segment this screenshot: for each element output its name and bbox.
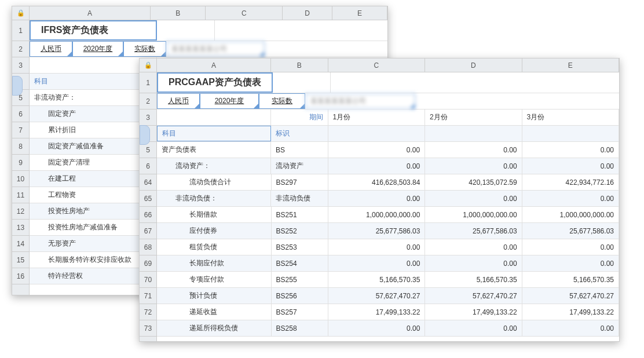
value-cell[interactable]: 0.00 bbox=[328, 239, 425, 255]
cell[interactable] bbox=[425, 126, 522, 141]
row-header[interactable]: 10 bbox=[12, 171, 29, 187]
account-label[interactable]: 流动资产： bbox=[157, 158, 271, 174]
account-label[interactable]: 应付债券 bbox=[157, 223, 272, 239]
account-label[interactable]: 长期应付款 bbox=[157, 255, 272, 271]
cell[interactable] bbox=[157, 109, 271, 125]
row-header[interactable]: 2 bbox=[12, 41, 29, 57]
value-cell[interactable]: 0.00 bbox=[425, 239, 522, 255]
value-cell[interactable]: 0.00 bbox=[425, 142, 522, 158]
value-cell[interactable]: 0.00 bbox=[328, 320, 425, 336]
account-code[interactable]: BS251 bbox=[272, 207, 329, 222]
month-header[interactable]: 2月份 bbox=[425, 109, 522, 125]
row-header[interactable]: 12 bbox=[12, 203, 29, 220]
account-label[interactable]: 固定资产减值准备 bbox=[30, 138, 157, 154]
value-cell[interactable]: 0.00 bbox=[522, 191, 619, 206]
month-header[interactable]: 3月份 bbox=[522, 109, 619, 125]
row-header[interactable]: 6 bbox=[12, 106, 29, 122]
row-header[interactable]: 7 bbox=[12, 122, 29, 138]
value-cell[interactable]: 0.00 bbox=[328, 255, 425, 271]
account-code[interactable]: BS bbox=[271, 142, 328, 158]
col-header-d[interactable]: D bbox=[425, 59, 522, 72]
row-header[interactable]: 72 bbox=[140, 304, 156, 320]
param-currency[interactable]: 人民币 bbox=[30, 41, 72, 57]
account-label[interactable]: 预计负债 bbox=[157, 288, 272, 304]
account-label[interactable]: 长期服务特许权安排应收款 bbox=[30, 252, 157, 268]
title-cell[interactable]: PRCGAAP资产负债表 bbox=[157, 72, 273, 93]
value-cell[interactable]: 5,166,570.35 bbox=[328, 272, 425, 287]
value-cell[interactable]: 0.00 bbox=[522, 239, 619, 255]
value-cell[interactable]: 0.00 bbox=[425, 255, 522, 271]
cell[interactable] bbox=[273, 72, 331, 93]
account-label[interactable]: 递延收益 bbox=[157, 304, 272, 320]
select-all-corner[interactable]: 🔒 bbox=[140, 59, 157, 72]
value-cell[interactable]: 0.00 bbox=[522, 158, 619, 174]
value-cell[interactable]: 25,677,586.03 bbox=[328, 223, 425, 239]
value-cell[interactable]: 17,499,133.22 bbox=[425, 304, 522, 320]
row-header[interactable]: 3 bbox=[12, 57, 29, 74]
param-year[interactable]: 2020年度 bbox=[200, 93, 259, 109]
cell[interactable] bbox=[328, 126, 425, 141]
row-header[interactable]: 9 bbox=[12, 155, 29, 171]
value-cell[interactable]: 17,499,133.22 bbox=[328, 304, 425, 320]
account-code[interactable]: BS258 bbox=[272, 320, 329, 336]
period-header[interactable]: 期间 bbox=[271, 109, 328, 125]
row-header[interactable]: 11 bbox=[12, 187, 29, 203]
account-code[interactable]: 非流动负债 bbox=[271, 191, 328, 206]
row-header[interactable]: 71 bbox=[140, 288, 156, 304]
param-figure[interactable]: 实际数 bbox=[123, 41, 166, 57]
row-header[interactable]: 69 bbox=[140, 255, 156, 272]
value-cell[interactable]: 0.00 bbox=[522, 320, 619, 336]
month-header[interactable]: 1月份 bbox=[328, 109, 425, 125]
account-code[interactable]: 流动资产 bbox=[271, 158, 328, 174]
account-code[interactable]: BS255 bbox=[272, 272, 329, 287]
param-entity[interactable]: 某某某某某某公司 bbox=[305, 93, 415, 109]
account-label[interactable]: 固定资产清理 bbox=[30, 155, 157, 170]
account-label[interactable]: 长期借款 bbox=[157, 207, 272, 222]
value-cell[interactable]: 25,677,586.03 bbox=[425, 223, 522, 239]
value-cell[interactable]: 0.00 bbox=[328, 142, 425, 158]
row-header[interactable]: 13 bbox=[12, 220, 29, 236]
row-header[interactable]: 15 bbox=[12, 252, 29, 268]
account-label[interactable]: 递延所得税负债 bbox=[157, 320, 272, 336]
value-cell[interactable]: 25,677,586.03 bbox=[522, 223, 619, 239]
value-cell[interactable]: 416,628,503.84 bbox=[328, 174, 425, 190]
value-cell[interactable]: 0.00 bbox=[425, 320, 522, 336]
account-label[interactable]: 非流动资产： bbox=[30, 90, 157, 105]
value-cell[interactable]: 1,000,000,000.00 bbox=[328, 207, 425, 222]
scroll-handle-icon[interactable] bbox=[140, 125, 150, 145]
subject-header[interactable]: 科目 bbox=[157, 126, 271, 141]
param-entity[interactable]: 某某某某某某公司 bbox=[166, 41, 265, 57]
row-header[interactable]: 66 bbox=[140, 207, 156, 223]
row-header[interactable]: 1 bbox=[140, 72, 156, 93]
row-header[interactable]: 2 bbox=[140, 93, 156, 109]
row-header[interactable]: 73 bbox=[140, 320, 156, 337]
account-code[interactable]: BS256 bbox=[272, 288, 329, 304]
account-label[interactable]: 投资性房地产减值准备 bbox=[30, 220, 157, 235]
param-figure[interactable]: 实际数 bbox=[259, 93, 305, 109]
col-header-a[interactable]: A bbox=[30, 6, 151, 20]
code-header[interactable]: 标识 bbox=[271, 126, 328, 141]
value-cell[interactable]: 5,166,570.35 bbox=[522, 272, 619, 287]
account-code[interactable]: BS253 bbox=[272, 239, 329, 255]
value-cell[interactable]: 57,627,470.27 bbox=[328, 288, 425, 304]
value-cell[interactable]: 1,000,000,000.00 bbox=[522, 207, 619, 222]
subject-header[interactable]: 科目 bbox=[30, 74, 157, 89]
row-header[interactable]: 67 bbox=[140, 223, 156, 239]
row-header[interactable]: 1 bbox=[12, 20, 29, 41]
account-code[interactable]: BS254 bbox=[272, 255, 329, 271]
value-cell[interactable]: 57,627,470.27 bbox=[522, 288, 619, 304]
row-header[interactable]: 8 bbox=[12, 138, 29, 155]
account-label[interactable]: 投资性房地产 bbox=[30, 203, 157, 219]
account-label[interactable]: 在建工程 bbox=[30, 171, 157, 187]
account-label[interactable]: 累计折旧 bbox=[30, 122, 157, 138]
account-label[interactable]: 专项应付款 bbox=[157, 272, 272, 287]
value-cell[interactable]: 5,166,570.35 bbox=[425, 272, 522, 287]
value-cell[interactable]: 420,135,072.59 bbox=[425, 174, 522, 190]
account-label[interactable]: 非流动负债： bbox=[157, 191, 271, 206]
row-header[interactable]: 68 bbox=[140, 239, 156, 255]
account-label[interactable]: 特许经营权 bbox=[30, 268, 157, 284]
col-header-c[interactable]: C bbox=[206, 6, 283, 20]
col-header-e[interactable]: E bbox=[522, 59, 619, 72]
cell[interactable] bbox=[30, 57, 157, 73]
col-header-d[interactable]: D bbox=[283, 6, 332, 20]
